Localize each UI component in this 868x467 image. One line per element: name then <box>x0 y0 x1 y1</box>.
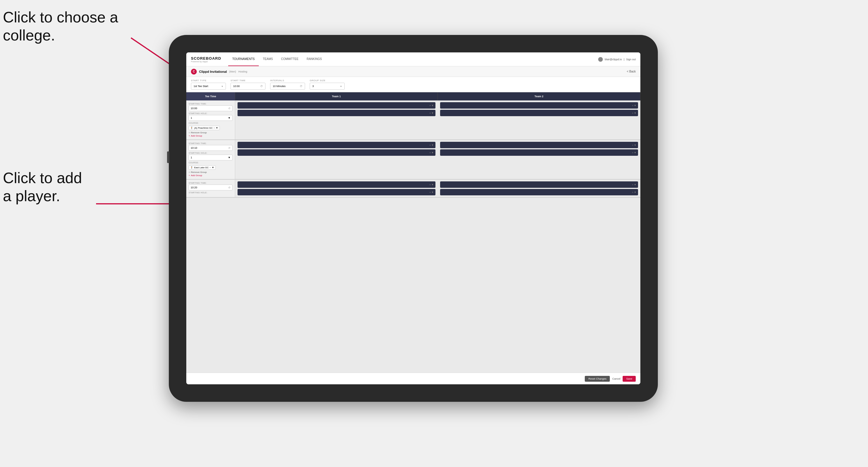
starting-time-label-2: STARTING TIME: <box>189 143 232 145</box>
remove-group-link-1[interactable]: ○ Remove Group <box>189 131 232 134</box>
app-header: SCOREBOARD Powered by clippd TOURNAMENTS… <box>186 53 640 66</box>
group-size-label: Group Size <box>310 79 345 82</box>
reset-button[interactable]: Reset Changes <box>585 376 610 382</box>
course-name-1: (A) Peachtree GC <box>194 127 213 129</box>
tablet-frame: SCOREBOARD Powered by clippd TOURNAMENTS… <box>169 35 658 402</box>
course-tag-1[interactable]: 🏌 (A) Peachtree GC × ▼ <box>189 126 220 130</box>
course-row-2: 🏌 East Lake GC × ▼ <box>189 164 232 170</box>
team1-header: Team 1 <box>235 92 438 100</box>
cancel-button[interactable]: Cancel <box>612 377 620 380</box>
course-tag-2[interactable]: 🏌 East Lake GC × ▼ <box>189 165 216 170</box>
slot-icons: × ▼ <box>632 183 636 186</box>
team2-col-3: × ▼ × ▼ <box>438 180 640 197</box>
player-slot-2-2[interactable]: × ▼ <box>238 149 435 156</box>
separator: | <box>624 58 624 61</box>
player-slot-3-3[interactable]: × ▼ <box>440 181 638 188</box>
table-header: Tee Time Team 1 Team 2 <box>186 92 640 100</box>
annotation-line2: college. <box>3 27 55 44</box>
clippd-logo: C <box>191 69 197 74</box>
player-slot-3-4[interactable]: × ▼ <box>440 189 638 195</box>
nav-tab-rankings[interactable]: RANKINGS <box>303 53 326 66</box>
slot-icons: × ▼ <box>429 144 434 147</box>
action-links-1: ○ Remove Group + Add Group <box>189 131 232 137</box>
nav-tab-teams[interactable]: TEAMS <box>259 53 277 66</box>
logo-title: SCOREBOARD <box>191 56 221 61</box>
nav-tab-committee[interactable]: COMMITTEE <box>277 53 303 66</box>
slot-icons: × ▼ <box>632 104 636 107</box>
clock-icon-4: ⏱ <box>228 147 230 149</box>
player-slot-1-4[interactable]: × ▼ <box>440 110 638 116</box>
start-time-select[interactable]: 10:00 ⏱ <box>230 83 266 90</box>
clock-icon-3: ⏱ <box>228 107 230 110</box>
course-icon-2: 🏌 <box>190 166 193 169</box>
tournament-name: Clippd Invitational <box>199 70 227 73</box>
player-slot-1-2[interactable]: × ▼ <box>238 110 435 116</box>
starting-hole-label-3: STARTING HOLE: <box>189 192 232 194</box>
table-row: STARTING TIME: 10:20 ⏱ STARTING HOLE: × … <box>186 180 640 198</box>
scoreboard-logo: SCOREBOARD Powered by clippd <box>191 56 221 63</box>
nav-tab-tournaments[interactable]: TOURNAMENTS <box>228 53 259 66</box>
player-slot-3-1[interactable]: × ▼ <box>238 181 435 188</box>
content-wrapper: STARTING TIME: 10:00 ⏱ STARTING HOLE: 1 … <box>186 100 640 373</box>
start-type-select[interactable]: 1st Tee Start ▼ <box>191 83 226 90</box>
player-slot-2-4[interactable]: × ▼ <box>440 149 638 156</box>
starting-hole-label-1: STARTING HOLE: <box>189 113 232 115</box>
start-time-value: 10:00 <box>233 85 240 88</box>
slot-icons: × ▼ <box>632 191 636 194</box>
course-label-2: COURSE: <box>189 162 232 164</box>
player-slot-1-1[interactable]: × ▼ <box>238 102 435 108</box>
app-footer: Reset Changes Cancel Save <box>186 373 640 384</box>
player-slot-3-2[interactable]: × ▼ <box>238 189 435 195</box>
minus-icon-1: ○ <box>189 131 190 134</box>
add-group-link-2[interactable]: + Add Group <box>189 174 232 177</box>
hosting-badge: Hosting <box>238 70 247 73</box>
starting-time-label-1: STARTING TIME: <box>189 103 232 105</box>
back-button[interactable]: < Back <box>627 70 636 73</box>
team2-header: Team 2 <box>438 92 640 100</box>
starting-hole-label-2: STARTING HOLE: <box>189 152 232 154</box>
annotation-line3: Click to add <box>3 169 82 186</box>
player-slot-2-3[interactable]: × ▼ <box>440 142 638 148</box>
course-remove-icon-1[interactable]: × <box>214 127 215 129</box>
chevron-icon-hole-1: ▼ <box>228 117 230 119</box>
course-icon: 🏌 <box>190 127 193 129</box>
player-slot-1-3[interactable]: × ▼ <box>440 102 638 108</box>
starting-time-input-2[interactable]: 10:10 ⏱ <box>189 145 232 151</box>
player-slot-2-1[interactable]: × ▼ <box>238 142 435 148</box>
tee-left-3: STARTING TIME: 10:20 ⏱ STARTING HOLE: <box>186 180 235 197</box>
nav-tabs: TOURNAMENTS TEAMS COMMITTEE RANKINGS <box>228 53 598 66</box>
starting-time-input-1[interactable]: 10:00 ⏱ <box>189 105 232 111</box>
slot-icons: × ▼ <box>429 112 434 115</box>
group-size-group: Group Size 3 ▼ <box>310 79 345 90</box>
starting-hole-input-2[interactable]: 1 ▼ <box>189 155 232 160</box>
intervals-select[interactable]: 10 Minutes ⏱ <box>270 83 305 90</box>
course-chevron-1: ▼ <box>216 127 218 129</box>
intervals-group: Intervals 10 Minutes ⏱ <box>270 79 305 90</box>
starting-time-input-3[interactable]: 10:20 ⏱ <box>189 185 232 190</box>
start-time-group: Start Time 10:00 ⏱ <box>230 79 266 90</box>
course-row-1: 🏌 (A) Peachtree GC × ▼ <box>189 125 232 130</box>
group-size-value: 3 <box>312 85 314 88</box>
team1-col-3: × ▼ × ▼ <box>235 180 438 197</box>
course-chevron-2: ▼ <box>212 166 214 169</box>
annotation-line4: a player. <box>3 187 60 205</box>
save-button[interactable]: Save <box>623 376 636 382</box>
tablet-screen: SCOREBOARD Powered by clippd TOURNAMENTS… <box>186 53 640 384</box>
starting-hole-input-1[interactable]: 1 ▼ <box>189 115 232 121</box>
slot-icons: × ▼ <box>632 112 636 115</box>
course-remove-icon-2[interactable]: × <box>210 166 211 169</box>
slot-icons: × ▼ <box>632 144 636 147</box>
plus-icon-1: + <box>189 134 190 137</box>
intervals-value: 10 Minutes <box>273 85 285 88</box>
add-group-link-1[interactable]: + Add Group <box>189 134 232 137</box>
starting-time-label-3: STARTING TIME: <box>189 182 232 184</box>
clock-icon: ⏱ <box>260 85 263 88</box>
remove-group-link-2[interactable]: ○ Remove Group <box>189 171 232 174</box>
start-type-label: Start Type <box>191 79 226 82</box>
course-label-1: COURSE: <box>189 122 232 124</box>
sign-out-link[interactable]: Sign out <box>626 58 636 61</box>
minus-icon-2: ○ <box>189 171 190 174</box>
group-size-select[interactable]: 3 ▼ <box>310 83 345 90</box>
team1-col-2: × ▼ × ▼ <box>235 140 438 179</box>
tablet-side-button <box>167 151 169 163</box>
